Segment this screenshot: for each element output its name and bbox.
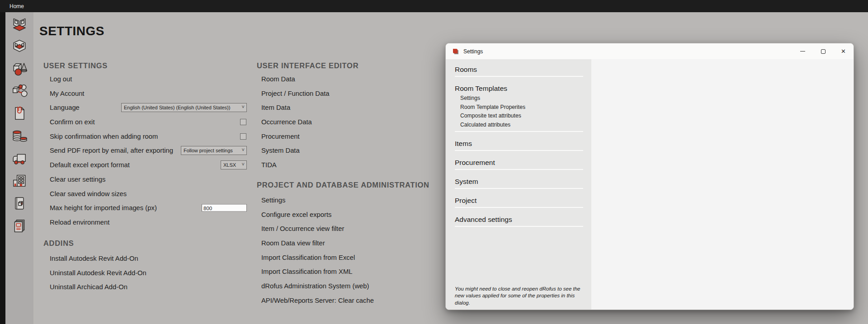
dialog-nav-subitem-room-template-properites[interactable]: Room Template Properites bbox=[455, 103, 583, 112]
setting-label-install-autodesk-revit-add-on[interactable]: Install Autodesk Revit Add-On bbox=[43, 255, 138, 262]
setting-label-api-web-reports-server-clear-cache[interactable]: API/Web/Reports Server: Clear cache bbox=[257, 297, 374, 304]
setting-row-uninstall-archicad-add-on: Uninstall Archicad Add-On bbox=[43, 280, 247, 294]
setting-row-max-height-for-imported-images-px: Max height for imported images (px)800 bbox=[43, 201, 247, 215]
dialog-nav-item-procurement[interactable]: Procurement bbox=[455, 158, 583, 167]
sidebar-item-attachments[interactable] bbox=[5, 102, 33, 125]
page-title: SETTINGS bbox=[39, 24, 104, 38]
default-excel-export-format-dropdown[interactable]: XLSX˅ bbox=[221, 160, 247, 169]
setting-label-reload-environment[interactable]: Reload environment bbox=[43, 219, 109, 226]
dialog-nav-subitem-calculated-attributes[interactable]: Calculated attributes bbox=[455, 121, 583, 130]
section-header-ui-editor: USER INTERFACE EDITOR bbox=[257, 61, 359, 70]
setting-label-my-account[interactable]: My Account bbox=[43, 90, 84, 97]
setting-row-clear-user-settings: Clear user settings bbox=[43, 172, 247, 187]
maximize-icon bbox=[821, 49, 826, 54]
setting-label-max-height-for-imported-images-px: Max height for imported images (px) bbox=[43, 204, 157, 211]
setting-label-configure-excel-exports[interactable]: Configure excel exports bbox=[257, 211, 331, 218]
items-icon bbox=[11, 60, 28, 77]
setting-label-tida[interactable]: TIDA bbox=[257, 161, 277, 169]
setting-label-clear-saved-window-sizes[interactable]: Clear saved window sizes bbox=[43, 190, 127, 197]
nav-separator bbox=[455, 188, 583, 189]
confirm-on-exit-checkbox[interactable] bbox=[240, 119, 246, 125]
dialog-nav-item-room-templates[interactable]: Room Templates bbox=[455, 84, 583, 93]
setting-label-import-classification-from-xml[interactable]: Import Classification from XML bbox=[257, 268, 352, 275]
dialog-titlebar[interactable]: Settings ✕ bbox=[446, 43, 854, 59]
setting-row-my-account: My Account bbox=[43, 86, 247, 101]
section-header-user-settings: USER SETTINGS bbox=[43, 61, 108, 70]
chevron-down-icon: ˅ bbox=[242, 147, 245, 152]
setting-row-import-classification-from-excel: Import Classification from Excel bbox=[257, 250, 442, 265]
dialog-nav-group-room-templates: Room TemplatesSettingsRoom Template Prop… bbox=[455, 84, 583, 132]
sidebar-item-finance[interactable] bbox=[5, 125, 33, 147]
setting-label-project-function-data[interactable]: Project / Function Data bbox=[257, 90, 330, 97]
dialog-nav-subitem-settings[interactable]: Settings bbox=[455, 94, 583, 103]
send-pdf-report-by-email-after-exporting-dropdown[interactable]: Follow project settings˅ bbox=[181, 146, 247, 155]
setting-label-settings[interactable]: Settings bbox=[257, 197, 285, 204]
dialog-nav-group-project: Project bbox=[455, 196, 583, 208]
dialog-nav-group-advanced-settings: Advanced settings bbox=[455, 215, 583, 227]
setting-label-language: Language bbox=[43, 104, 80, 111]
dialog-title: Settings bbox=[463, 48, 483, 55]
dropdown-value: Follow project settings bbox=[184, 148, 233, 153]
setting-label-system-data[interactable]: System Data bbox=[257, 147, 300, 154]
setting-row-send-pdf-report-by-email-after-exporting: Send PDF report by email, after exportin… bbox=[43, 144, 247, 158]
home-menu-item[interactable]: Home bbox=[9, 3, 24, 9]
setting-label-item-occurrence-view-filter[interactable]: Item / Occurrence view filter bbox=[257, 225, 344, 232]
language-dropdown[interactable]: English (United States) (English (United… bbox=[121, 103, 247, 112]
addins-list: Install Autodesk Revit Add-OnUninstall A… bbox=[43, 251, 247, 294]
dialog-nav-item-system[interactable]: System bbox=[455, 177, 583, 186]
setting-label-clear-user-settings[interactable]: Clear user settings bbox=[43, 176, 105, 183]
building-icon bbox=[11, 172, 28, 189]
dialog-nav-sublist-room-templates: SettingsRoom Template ProperitesComposit… bbox=[455, 94, 583, 129]
close-button[interactable]: ✕ bbox=[833, 43, 854, 59]
dialog-nav-item-project[interactable]: Project bbox=[455, 196, 583, 205]
settings-dialog: Settings ✕ RoomsRoom TemplatesSettingsRo… bbox=[445, 43, 854, 310]
setting-row-log-out: Log out bbox=[43, 72, 247, 86]
sidebar-item-reports[interactable] bbox=[5, 215, 33, 237]
setting-label-uninstall-autodesk-revit-add-on[interactable]: Uninstall Autodesk Revit Add-On bbox=[43, 269, 146, 277]
sidebar-item-items[interactable] bbox=[5, 57, 33, 80]
setting-label-occurrence-data[interactable]: Occurrence Data bbox=[257, 118, 312, 126]
setting-row-item-occurrence-view-filter: Item / Occurrence view filter bbox=[257, 221, 442, 236]
nav-separator bbox=[455, 226, 583, 227]
setting-row-confirm-on-exit: Confirm on exit bbox=[43, 115, 247, 129]
section-header-addins: ADDINS bbox=[43, 239, 74, 248]
sidebar-item-building[interactable] bbox=[5, 170, 33, 193]
setting-label-room-data[interactable]: Room Data bbox=[257, 75, 295, 83]
sidebar-item-occurrences[interactable] bbox=[5, 80, 33, 102]
minimize-button[interactable] bbox=[793, 43, 813, 59]
setting-row-api-web-reports-server-clear-cache: API/Web/Reports Server: Clear cache bbox=[257, 293, 442, 308]
finance-icon bbox=[11, 127, 28, 145]
top-menu-bar: Home bbox=[0, 0, 868, 12]
dialog-nav-subitem-composite-text-attributes[interactable]: Composite text attributes bbox=[455, 112, 583, 121]
dialog-nav-group-items: Items bbox=[455, 139, 583, 151]
setting-row-system-data: System Data bbox=[257, 144, 442, 158]
setting-label-skip-confirmation-when-adding-room: Skip confirmation when adding room bbox=[43, 133, 158, 140]
maximize-button[interactable] bbox=[813, 43, 833, 59]
setting-label-send-pdf-report-by-email-after-exporting: Send PDF report by email, after exportin… bbox=[43, 147, 173, 154]
logistics-icon bbox=[11, 150, 28, 167]
nav-separator bbox=[455, 150, 583, 151]
sidebar-item-room-alt[interactable] bbox=[5, 35, 33, 57]
sidebar-item-logistics[interactable] bbox=[5, 147, 33, 170]
skip-confirmation-when-adding-room-checkbox[interactable] bbox=[240, 133, 246, 140]
sidebar-item-catalog[interactable] bbox=[5, 192, 33, 215]
dialog-nav-item-advanced-settings[interactable]: Advanced settings bbox=[455, 215, 583, 224]
dialog-nav-item-rooms[interactable]: Rooms bbox=[455, 65, 583, 74]
sidebar-item-rooms[interactable] bbox=[5, 12, 33, 35]
setting-row-room-data: Room Data bbox=[257, 72, 442, 86]
setting-label-log-out[interactable]: Log out bbox=[43, 75, 72, 83]
max-height-for-imported-images-px-input[interactable]: 800 bbox=[202, 204, 247, 212]
sidebar bbox=[5, 12, 33, 324]
dialog-nav-item-items[interactable]: Items bbox=[455, 139, 583, 148]
setting-label-room-data-view-filter[interactable]: Room Data view filter bbox=[257, 239, 325, 247]
setting-label-procurement[interactable]: Procurement bbox=[257, 133, 300, 140]
left-edge-strip bbox=[0, 12, 5, 324]
setting-label-import-classification-from-excel[interactable]: Import Classification from Excel bbox=[257, 254, 355, 261]
room-alt-icon bbox=[11, 38, 28, 55]
user-settings-list: Log outMy AccountLanguageEnglish (United… bbox=[43, 72, 247, 230]
close-icon: ✕ bbox=[841, 48, 846, 54]
setting-label-item-data[interactable]: Item Data bbox=[257, 104, 290, 111]
setting-label-drofus-administration-system-web[interactable]: dRofus Administration System (web) bbox=[257, 282, 369, 290]
setting-row-uninstall-autodesk-revit-add-on: Uninstall Autodesk Revit Add-On bbox=[43, 266, 247, 280]
setting-label-uninstall-archicad-add-on[interactable]: Uninstall Archicad Add-On bbox=[43, 283, 127, 291]
